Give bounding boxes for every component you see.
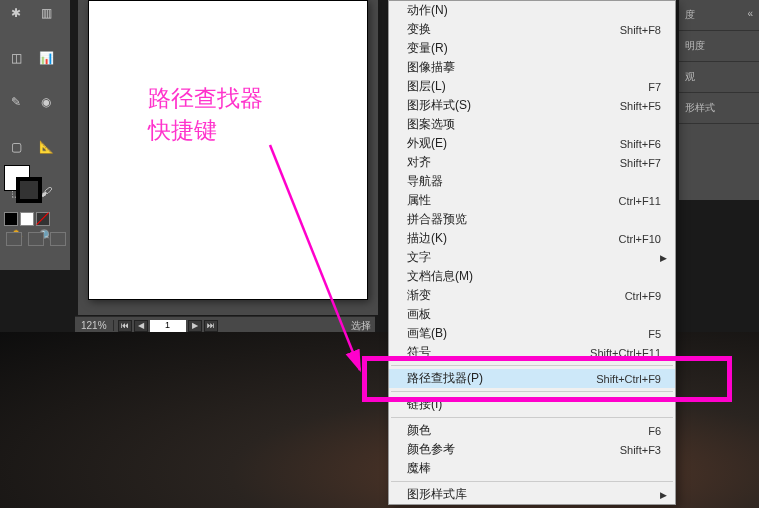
panel-appearance[interactable]: 观 [679,62,759,93]
panel-opacity[interactable]: 度« [679,0,759,31]
color-mode-solid-icon[interactable] [4,212,18,226]
canvas-area [78,0,378,315]
nav-first-icon[interactable]: ⏮ [118,320,132,332]
panel-graphic-styles[interactable]: 形样式 [679,93,759,124]
tool-slice-icon[interactable]: ◫ [2,47,30,69]
menu-item-label: 图形样式(S) [407,97,620,114]
selection-label: 选择 [347,319,375,333]
menu-item-label: 颜色 [407,422,648,439]
menu-item-shortcut: Ctrl+F10 [619,233,662,245]
menu-item[interactable]: 画笔(B)F5 [389,324,675,343]
menu-item[interactable]: 符号Shift+Ctrl+F11 [389,343,675,362]
nav-next-icon[interactable]: ▶ [188,320,202,332]
menu-item[interactable]: 文档信息(M) [389,267,675,286]
menu-item[interactable]: 属性Ctrl+F11 [389,191,675,210]
menu-item[interactable]: 渐变Ctrl+F9 [389,286,675,305]
menu-separator [391,365,673,366]
menu-item[interactable]: 外观(E)Shift+F6 [389,134,675,153]
color-mode-none-icon[interactable] [36,212,50,226]
menu-item[interactable]: 拼合器预览 [389,210,675,229]
menu-item-shortcut: Shift+F8 [620,24,661,36]
menu-item[interactable]: 链接(I) [389,395,675,414]
menu-item-shortcut: F7 [648,81,661,93]
screen-mode-present-icon[interactable] [50,232,66,246]
menu-separator [391,417,673,418]
menu-item-label: 文档信息(M) [407,268,661,285]
color-swatches[interactable] [4,165,44,205]
screen-mode-icons [6,232,66,246]
tools-panel: ✱ ▥ ◫ 📊 ✎ ◉ ▢ 📐 ⬚ 🖌 ✋ 🔍 [0,0,70,270]
menu-item[interactable]: 动作(N) [389,1,675,20]
menu-item[interactable]: 颜色F6 [389,421,675,440]
menu-item-shortcut: Ctrl+F11 [619,195,662,207]
tool-blend-icon[interactable]: ◉ [32,91,60,113]
menu-item[interactable]: 图案选项 [389,115,675,134]
menu-item[interactable]: 图像描摹 [389,58,675,77]
menu-item-shortcut: Ctrl+F9 [625,290,661,302]
menu-item-shortcut: Shift+Ctrl+F11 [590,347,661,359]
tool-artboard-icon[interactable]: ▢ [2,136,30,158]
panel-transparency[interactable]: 明度 [679,31,759,62]
menu-item-label: 图像描摹 [407,59,661,76]
tool-graph-icon[interactable]: 📊 [32,47,60,69]
menu-item-shortcut: Shift+F5 [620,100,661,112]
menu-item[interactable]: 图形样式(S)Shift+F5 [389,96,675,115]
tool-chart-icon[interactable]: ▥ [32,2,60,24]
menu-item-label: 画笔(B) [407,325,648,342]
menu-item[interactable]: 画板 [389,305,675,324]
menu-item[interactable]: 描边(K)Ctrl+F10 [389,229,675,248]
menu-item-shortcut: Shift+F7 [620,157,661,169]
menu-item-label: 图层(L) [407,78,648,95]
menu-separator [391,481,673,482]
menu-item-shortcut: Shift+F6 [620,138,661,150]
menu-item[interactable]: 对齐Shift+F7 [389,153,675,172]
menu-item-label: 动作(N) [407,2,661,19]
menu-separator [391,391,673,392]
nav-prev-icon[interactable]: ◀ [134,320,148,332]
menu-item-shortcut: Shift+Ctrl+F9 [596,373,661,385]
menu-item[interactable]: 变换Shift+F8 [389,20,675,39]
menu-item[interactable]: 魔棒 [389,459,675,478]
menu-item-label: 符号 [407,344,590,361]
tool-eyedropper-icon[interactable]: ✎ [2,91,30,113]
color-mode-gradient-icon[interactable] [20,212,34,226]
menu-item[interactable]: 文字▶ [389,248,675,267]
menu-item-label: 描边(K) [407,230,619,247]
menu-item-label: 变换 [407,21,620,38]
menu-item-shortcut: F5 [648,328,661,340]
page-input[interactable]: 1 [150,320,186,332]
menu-item-label: 属性 [407,192,619,209]
menu-item-label: 路径查找器(P) [407,370,596,387]
stroke-swatch[interactable] [16,177,42,203]
menu-item[interactable]: 图层(L)F7 [389,77,675,96]
menu-item[interactable]: 图形样式库▶ [389,485,675,504]
menu-item[interactable]: 变量(R) [389,39,675,58]
menu-item-shortcut: F6 [648,425,661,437]
menu-item-shortcut: Shift+F3 [620,444,661,456]
panel-close-icon: « [747,8,753,19]
menu-item-label: 渐变 [407,287,625,304]
right-panels: 度« 明度 观 形样式 [679,0,759,200]
window-menu: 动作(N)变换Shift+F8变量(R)图像描摹图层(L)F7图形样式(S)Sh… [388,0,676,505]
screen-mode-normal-icon[interactable] [6,232,22,246]
mini-color-mode [4,212,50,226]
menu-item-label: 画板 [407,306,661,323]
menu-item-label: 外观(E) [407,135,620,152]
menu-item-label: 图形样式库 [407,486,661,503]
menu-item-label: 魔棒 [407,460,661,477]
zoom-level[interactable]: 121% [75,320,114,331]
menu-item-label: 对齐 [407,154,620,171]
menu-item-label: 图案选项 [407,116,661,133]
menu-item-label: 颜色参考 [407,441,620,458]
menu-item-label: 变量(R) [407,40,661,57]
menu-item[interactable]: 颜色参考Shift+F3 [389,440,675,459]
screen-mode-full-icon[interactable] [28,232,44,246]
artboard[interactable] [88,0,368,300]
menu-item[interactable]: 导航器 [389,172,675,191]
menu-item[interactable]: 路径查找器(P)Shift+Ctrl+F9 [389,369,675,388]
menu-item-label: 链接(I) [407,396,661,413]
nav-last-icon[interactable]: ⏭ [204,320,218,332]
tool-spray-icon[interactable]: ✱ [2,2,30,24]
tool-measure-icon[interactable]: 📐 [32,136,60,158]
submenu-arrow-icon: ▶ [660,490,667,500]
